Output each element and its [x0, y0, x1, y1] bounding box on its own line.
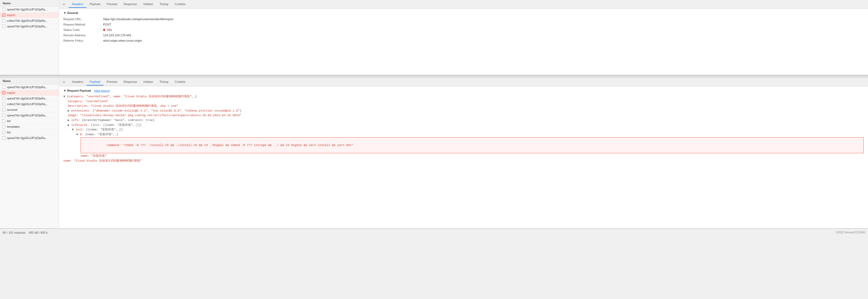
top-item-4-checkbox[interactable] [2, 25, 5, 28]
b-item-4-checkbox[interactable] [2, 103, 5, 106]
top-tab-headers[interactable]: Headers [69, 1, 87, 8]
top-main-content: × Headers Payload Preview Response Initi… [59, 0, 868, 75]
top-field-label-1: Request Method: [63, 22, 101, 27]
b-item-5-label: account [7, 108, 18, 111]
top-field-label-0: Request URL: [63, 17, 101, 22]
bottom-sidebar-item-5[interactable]: speed?id=JjgGKclJP1E0pRa... [0, 113, 59, 118]
b-item-1-label: speed?id=JjgGKclJP1E0pRa... [7, 85, 48, 89]
top-field-value-3: 124.223.124.176:443 [101, 33, 864, 38]
status-error-dot [103, 29, 105, 31]
tree-init-0: ▼ 0: {name: "安装环境",…} [63, 132, 864, 137]
top-field-label-3: Remote Address: [63, 33, 101, 38]
bottom-tab-headers[interactable]: Headers [69, 79, 87, 85]
top-item-2-label: export [7, 13, 15, 17]
view-source-link[interactable]: view source [94, 89, 110, 92]
b-item-7-checkbox[interactable] [2, 119, 5, 123]
bottom-sidebar: Name speed?id=JjgGKclJP1E0pRa... export … [0, 78, 59, 228]
bottom-close-button[interactable]: × [61, 79, 67, 85]
tree-extensions: ▶ extensions: ["dbaeumer.vscode-eslint@2… [63, 109, 864, 113]
b-item-6-checkbox[interactable] [2, 114, 5, 117]
bottom-tab-payload[interactable]: Payload [87, 79, 104, 85]
bottom-tab-response[interactable]: Response [120, 79, 140, 85]
top-item-4-label: speed?id=JjgGKclJP1E0pRa... [7, 25, 48, 28]
top-field-label-2: Status Code: [63, 27, 101, 32]
top-tabs-bar: × Headers Payload Preview Response Initi… [59, 0, 868, 8]
b-item-3-checkbox[interactable] [2, 97, 5, 100]
bottom-sidebar-item-templates[interactable]: templates [0, 124, 59, 130]
b-item-8-checkbox[interactable] [2, 125, 5, 128]
bottom-sidebar-item-account[interactable]: account [0, 107, 59, 113]
top-sidebar-item-4[interactable]: speed?id=JjgGKclJP1E0pRa... [0, 24, 59, 29]
bottom-tab-cookies[interactable]: Cookies [172, 79, 189, 85]
top-sidebar: Name speed?id=JjgGKclJP1E0pRa... export … [0, 0, 59, 75]
top-tab-preview[interactable]: Preview [103, 1, 120, 8]
requests-size: 692 kB / 805 k [29, 231, 48, 234]
b-item-5-checkbox[interactable] [2, 108, 5, 111]
tree-command-highlighted: command: "chmod -R 777 ./install.sh && .… [63, 137, 864, 153]
tree-category: category: "userDefined" [63, 99, 864, 104]
tree-init-parent: ▼ init: [{name: "安装环境",…}] [63, 128, 864, 132]
payload-section: ▼ Request Payload view source ▼ {categor… [59, 86, 868, 228]
requests-info: 80 / 101 requests 692 kB / 805 k [3, 231, 48, 234]
b-item-2-label: export [7, 91, 15, 94]
bottom-sidebar-item-1[interactable]: speed?id=JjgGKclJP1E0pRa... [0, 84, 59, 90]
top-general-title: ▼ General [63, 11, 864, 15]
bottom-sidebar-item-3[interactable]: speed?id=JjgGKclJP1E0pRa... [0, 96, 59, 101]
top-field-label-4: Referrer Policy: [63, 38, 101, 43]
bottom-tab-initiator[interactable]: Initiator [140, 79, 156, 85]
bottom-tab-preview[interactable]: Preview [103, 79, 120, 85]
bottom-sidebar-item-list1[interactable]: list [0, 118, 59, 124]
tree-image: image: "cloudstudio-devops-docker.pkg.co… [63, 113, 864, 118]
tree-info: ▶ info: {branchOrTagName: "main", isBran… [63, 118, 864, 123]
b-item-2-checkbox[interactable] [2, 91, 5, 94]
bottom-status-bar: 80 / 101 requests 692 kB / 805 k ©2023 T… [0, 228, 868, 236]
top-field-value-4: strict-origin-when-cross-origin [101, 38, 864, 43]
panel-divider [0, 76, 868, 78]
bottom-sidebar-item-4[interactable]: collect?id=JjgGKclJP1E0pRa... [0, 101, 59, 107]
b-item-8-label: templates [7, 125, 20, 128]
b-item-10-checkbox[interactable] [2, 136, 5, 140]
b-item-4-label: collect?id=JjgGKclJP1E0pRa... [7, 103, 48, 106]
top-item-1-checkbox[interactable] [2, 8, 5, 11]
bottom-tab-timing[interactable]: Timing [156, 79, 172, 85]
b-item-3-label: speed?id=JjgGKclJP1E0pRa... [7, 97, 48, 100]
top-item-3-label: collect?id=JjgGKclJP1E0pRa... [7, 19, 48, 22]
tree-name-install: name: "安装环境" [63, 154, 864, 159]
top-sidebar-item-3[interactable]: collect?id=JjgGKclJP1E0pRa... [0, 18, 59, 24]
top-item-2-checkbox[interactable] [2, 13, 5, 17]
top-sidebar-item-export[interactable]: export [0, 12, 59, 18]
b-item-7-label: list [7, 119, 10, 123]
b-item-9-checkbox[interactable] [2, 131, 5, 134]
status-code-value: 501 [107, 28, 112, 31]
top-field-value-2: 501 [101, 27, 864, 32]
bottom-sidebar-item-10[interactable]: speed?id=JjgGKclJP1E0pRa... [0, 135, 59, 141]
payload-title: ▼ Request Payload [63, 89, 91, 92]
top-tab-cookies[interactable]: Cookies [172, 1, 189, 8]
tree-root: ▼ {category: "userDefined", name: "Cloud… [63, 94, 864, 99]
bottom-sidebar-header: Name [0, 78, 59, 84]
bottom-sidebar-item-list2[interactable]: list [0, 130, 59, 135]
top-field-value-1: POST [101, 22, 864, 27]
command-highlight-box: command: "chmod -R 777 ./install.sh && .… [81, 137, 864, 153]
top-general-section: ▼ General Request URL: https://gh.clouds… [59, 8, 868, 46]
top-item-3-checkbox[interactable] [2, 19, 5, 22]
top-tab-payload[interactable]: Payload [87, 1, 104, 8]
top-tab-initiator[interactable]: Initiator [140, 1, 156, 8]
tree-lifecycle: ▶ lifecycle: {init: [{name: "安装环境",…}]} [63, 123, 864, 128]
b-item-6-label: speed?id=JjgGKclJP1E0pRa... [7, 114, 48, 117]
top-field-value-0: https://gh.cloudstudio.net/api/customize… [101, 17, 864, 22]
tree-description: description: "Cloud Studio 活动演示代码案例狗狗预约系… [63, 104, 864, 109]
top-close-button[interactable]: × [61, 2, 67, 7]
copyright-text: ©2023 Tencent/CODING [836, 231, 865, 234]
requests-count: 80 / 101 requests [3, 231, 26, 234]
top-tab-timing[interactable]: Timing [156, 1, 172, 8]
bottom-tabs-bar: × Headers Payload Preview Response Initi… [59, 78, 868, 86]
b-item-1-checkbox[interactable] [2, 85, 5, 89]
bottom-main-content: × Headers Payload Preview Response Initi… [59, 78, 868, 228]
top-sidebar-item-1[interactable]: speed?id=JjgGKclJP1E0pRa... [0, 7, 59, 12]
top-tab-response[interactable]: Response [120, 1, 140, 8]
payload-header: ▼ Request Payload view source [63, 89, 864, 92]
b-item-9-label: list [7, 131, 10, 134]
top-item-1-label: speed?id=JjgGKclJP1E0pRa... [7, 8, 48, 11]
bottom-sidebar-item-export[interactable]: export [0, 90, 59, 96]
